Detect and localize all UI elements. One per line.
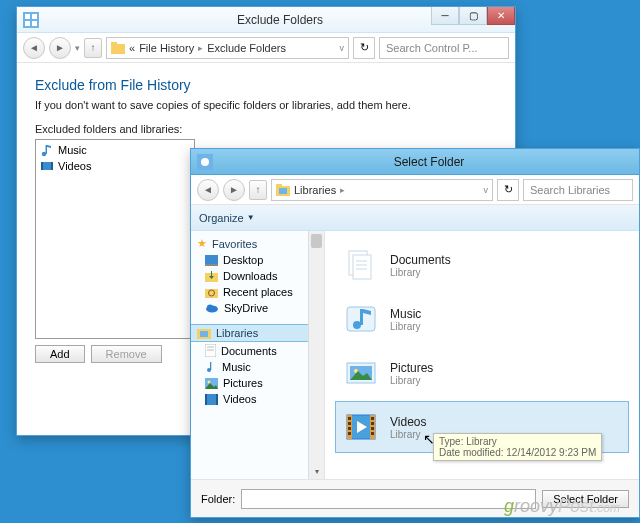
maximize-button[interactable]: ▢ <box>459 7 487 25</box>
svg-rect-54 <box>371 417 374 420</box>
svg-rect-5 <box>111 44 125 54</box>
recent-icon <box>205 287 218 298</box>
svg-rect-3 <box>25 21 30 26</box>
videos-icon <box>205 394 218 405</box>
address-bar[interactable]: « File History ▸ Exclude Folders v <box>106 37 349 59</box>
svg-point-23 <box>207 305 213 310</box>
svg-rect-16 <box>279 188 287 194</box>
page-subheading: If you don't want to save copies of spec… <box>35 99 497 111</box>
select-folder-button[interactable]: Select Folder <box>542 490 629 508</box>
library-item-documents[interactable]: DocumentsLibrary <box>335 239 629 291</box>
sidebar-item-pictures[interactable]: Pictures <box>191 375 324 391</box>
up-button[interactable]: ↑ <box>84 38 102 58</box>
search-input[interactable]: Search Libraries <box>523 179 633 201</box>
minimize-button[interactable]: ─ <box>431 7 459 25</box>
chevron-right-icon: ▸ <box>340 185 345 195</box>
list-item[interactable]: Music <box>38 142 192 158</box>
back-button[interactable]: ◄ <box>23 37 45 59</box>
svg-rect-56 <box>371 427 374 430</box>
sidebar-item-recent[interactable]: Recent places <box>191 284 324 300</box>
svg-rect-10 <box>41 162 43 170</box>
libraries-icon <box>276 184 290 196</box>
sidebar-item-videos[interactable]: Videos <box>191 391 324 407</box>
svg-rect-18 <box>205 264 218 266</box>
svg-rect-43 <box>360 309 363 325</box>
star-icon: ★ <box>197 237 207 250</box>
svg-rect-35 <box>216 394 218 405</box>
recent-dropdown[interactable]: ▾ <box>75 43 80 53</box>
address-dropdown[interactable]: v <box>484 185 489 195</box>
favorites-group[interactable]: ★Favorites <box>191 235 324 252</box>
back-button[interactable]: ◄ <box>197 179 219 201</box>
svg-rect-30 <box>210 362 211 370</box>
svg-rect-34 <box>205 394 207 405</box>
breadcrumb-part[interactable]: Libraries <box>294 184 336 196</box>
svg-rect-50 <box>348 417 351 420</box>
svg-rect-51 <box>348 422 351 425</box>
dialog-icon <box>197 154 213 170</box>
address-dropdown[interactable]: v <box>340 43 345 53</box>
desktop-icon <box>205 255 218 266</box>
breadcrumb-root[interactable]: « <box>129 42 135 54</box>
sidebar-item-skydrive[interactable]: SkyDrive <box>191 300 324 316</box>
svg-rect-1 <box>25 14 30 19</box>
svg-point-42 <box>353 321 361 329</box>
close-button[interactable]: ✕ <box>487 7 515 25</box>
address-bar[interactable]: Libraries ▸ v <box>271 179 493 201</box>
libraries-icon <box>197 327 211 339</box>
breadcrumb-part[interactable]: File History <box>139 42 194 54</box>
svg-point-13 <box>201 158 209 166</box>
sidebar-item-desktop[interactable]: Desktop <box>191 252 324 268</box>
folder-icon <box>111 42 125 54</box>
navigation-pane: ★Favorites Desktop Downloads Recent plac… <box>191 231 325 479</box>
music-icon <box>205 361 217 373</box>
titlebar: Select Folder <box>191 149 639 175</box>
svg-rect-15 <box>276 184 282 187</box>
svg-rect-25 <box>200 331 208 337</box>
list-label: Excluded folders and libraries: <box>35 123 497 135</box>
excluded-listbox[interactable]: Music Videos <box>35 139 195 339</box>
nav-toolbar: ◄ ► ▾ ↑ « File History ▸ Exclude Folders… <box>17 33 515 63</box>
sidebar-item-documents[interactable]: Documents <box>191 342 324 359</box>
svg-rect-52 <box>348 427 351 430</box>
library-item-pictures[interactable]: PicturesLibrary <box>335 347 629 399</box>
control-panel-icon <box>23 12 39 28</box>
up-button[interactable]: ↑ <box>249 180 267 200</box>
organize-menu[interactable]: Organize▼ <box>199 212 255 224</box>
scroll-thumb[interactable] <box>311 234 322 248</box>
pictures-icon <box>205 378 218 389</box>
sidebar-scrollbar[interactable]: ▴ ▾ <box>308 231 324 479</box>
svg-rect-55 <box>371 422 374 425</box>
folder-content: DocumentsLibrary MusicLibrary PicturesLi… <box>325 231 639 479</box>
remove-button: Remove <box>91 345 162 363</box>
svg-rect-4 <box>32 21 37 26</box>
folder-name-input[interactable] <box>241 489 536 509</box>
search-input[interactable]: Search Control P... <box>379 37 509 59</box>
libraries-group[interactable]: Libraries <box>191 324 324 342</box>
svg-rect-17 <box>205 255 218 264</box>
page-heading: Exclude from File History <box>35 77 497 93</box>
folder-field-label: Folder: <box>201 493 235 505</box>
pictures-library-icon <box>342 354 380 392</box>
documents-library-icon <box>342 246 380 284</box>
svg-rect-8 <box>46 145 48 154</box>
tooltip: Type: Library Date modified: 12/14/2012 … <box>433 433 602 461</box>
svg-rect-11 <box>51 162 53 170</box>
forward-button[interactable]: ► <box>223 179 245 201</box>
dialog-title: Select Folder <box>219 155 639 169</box>
sidebar-item-music[interactable]: Music <box>191 359 324 375</box>
scroll-down-icon[interactable]: ▾ <box>309 463 324 479</box>
list-item[interactable]: Videos <box>38 158 192 174</box>
dialog-footer: Folder: Select Folder <box>191 479 639 517</box>
refresh-button[interactable]: ↻ <box>353 37 375 59</box>
svg-rect-6 <box>111 42 117 45</box>
titlebar: Exclude Folders ─ ▢ ✕ <box>17 7 515 33</box>
sidebar-item-downloads[interactable]: Downloads <box>191 268 324 284</box>
refresh-button[interactable]: ↻ <box>497 179 519 201</box>
forward-button[interactable]: ► <box>49 37 71 59</box>
skydrive-icon <box>205 303 219 313</box>
add-button[interactable]: Add <box>35 345 85 363</box>
music-library-icon <box>342 300 380 338</box>
breadcrumb-part[interactable]: Exclude Folders <box>207 42 286 54</box>
library-item-music[interactable]: MusicLibrary <box>335 293 629 345</box>
